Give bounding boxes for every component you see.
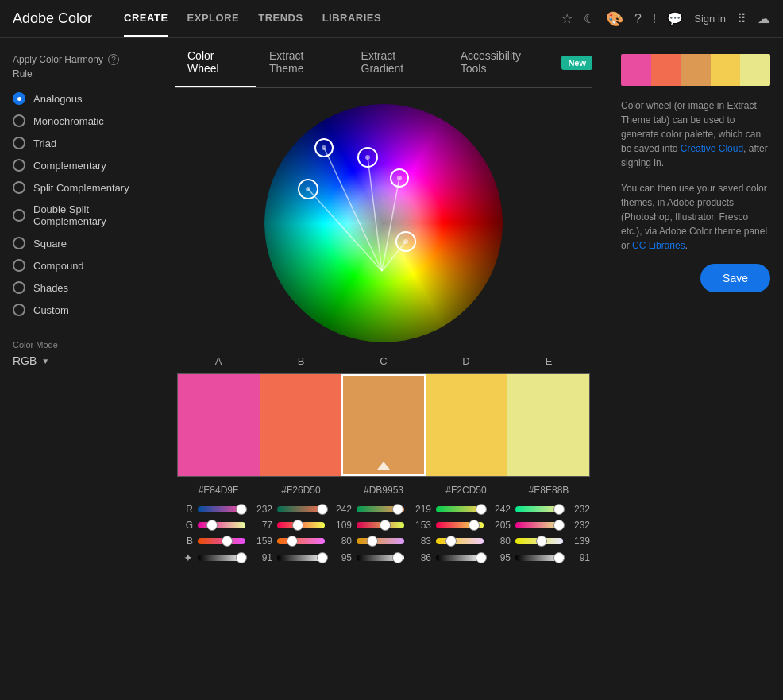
nav-libraries[interactable]: LIBRARIES bbox=[322, 1, 382, 37]
color-wheel-icon[interactable]: 🎨 bbox=[606, 10, 623, 28]
option-double-split[interactable]: Double Split Complementary bbox=[13, 203, 154, 227]
top-nav: Adobe Color CREATE EXPLORE TRENDS LIBRAR… bbox=[0, 0, 783, 38]
slider-value-b-a: 159 bbox=[249, 536, 272, 547]
swatch-labels: A B C D E bbox=[177, 355, 590, 367]
slider-thumb-r-c[interactable] bbox=[392, 504, 403, 515]
slider-group-r-d: 242 bbox=[436, 504, 511, 515]
slider-thumb-g-e[interactable] bbox=[554, 520, 565, 531]
brightness-track-e[interactable] bbox=[515, 555, 563, 561]
slider-thumb-r-d[interactable] bbox=[476, 504, 487, 515]
brightness-track-d[interactable] bbox=[436, 555, 484, 561]
slider-track-b-a[interactable] bbox=[198, 538, 245, 544]
chevron-down-icon: ▼ bbox=[41, 357, 49, 365]
slider-thumb-b-d[interactable] bbox=[446, 536, 457, 547]
slider-thumb-g-d[interactable] bbox=[469, 520, 480, 531]
radio-monochromatic[interactable] bbox=[13, 114, 25, 127]
slider-track-b-b[interactable] bbox=[277, 538, 325, 544]
swatch-a[interactable] bbox=[178, 374, 260, 476]
swatch-label-a: A bbox=[179, 355, 258, 367]
tab-extract-gradient[interactable]: Extract Gradient bbox=[349, 38, 448, 87]
radio-split-complementary[interactable] bbox=[13, 181, 25, 194]
slider-track-r-e[interactable] bbox=[515, 506, 563, 512]
apps-icon[interactable]: ⠿ bbox=[737, 11, 746, 26]
color-wheel-canvas[interactable] bbox=[264, 104, 503, 342]
slider-group-r-a: 232 bbox=[198, 504, 272, 515]
brightness-track-a[interactable] bbox=[198, 555, 245, 561]
color-mode-select[interactable]: RGB ▼ bbox=[13, 354, 154, 367]
slider-track-b-e[interactable] bbox=[515, 538, 563, 544]
tab-color-wheel[interactable]: Color Wheel bbox=[175, 38, 256, 87]
slider-thumb-b-a[interactable] bbox=[222, 536, 233, 547]
slider-thumb-b-c[interactable] bbox=[367, 536, 378, 547]
swatch-c[interactable] bbox=[341, 374, 426, 476]
radio-shades[interactable] bbox=[13, 281, 25, 294]
option-triad[interactable]: Triad bbox=[13, 137, 154, 149]
option-complementary[interactable]: Complementary bbox=[13, 159, 154, 172]
save-button[interactable]: Save bbox=[700, 264, 770, 292]
moon-icon[interactable]: ☾ bbox=[584, 11, 595, 26]
slider-thumb-r-a[interactable] bbox=[236, 504, 247, 515]
slider-track-g-a[interactable] bbox=[198, 522, 245, 528]
option-monochromatic[interactable]: Monochromatic bbox=[13, 114, 154, 127]
chat-icon[interactable]: 💬 bbox=[667, 11, 683, 26]
brightness-track-b[interactable] bbox=[277, 555, 325, 561]
brightness-thumb-d[interactable] bbox=[476, 552, 487, 563]
nav-create[interactable]: CREATE bbox=[124, 1, 168, 37]
slider-track-g-c[interactable] bbox=[357, 522, 404, 528]
brightness-thumb-c[interactable] bbox=[392, 552, 403, 563]
slider-track-g-d[interactable] bbox=[436, 522, 484, 528]
slider-track-g-b[interactable] bbox=[277, 522, 325, 528]
option-split-complementary[interactable]: Split Complementary bbox=[13, 181, 154, 194]
slider-track-b-c[interactable] bbox=[357, 538, 404, 544]
option-shades[interactable]: Shades bbox=[13, 281, 154, 294]
slider-group-r-e: 232 bbox=[515, 504, 590, 515]
slider-thumb-g-b[interactable] bbox=[292, 520, 303, 531]
slider-track-r-b[interactable] bbox=[277, 506, 325, 512]
radio-complementary[interactable] bbox=[13, 159, 25, 172]
brightness-thumb-a[interactable] bbox=[236, 552, 247, 563]
brightness-icon: ✦ bbox=[177, 551, 193, 564]
option-square[interactable]: Square bbox=[13, 237, 154, 249]
help-icon[interactable]: ? bbox=[634, 12, 642, 26]
slider-thumb-b-e[interactable] bbox=[536, 536, 547, 547]
brightness-thumb-e[interactable] bbox=[554, 552, 565, 563]
radio-compound[interactable] bbox=[13, 259, 25, 272]
slider-value-b-e: 139 bbox=[566, 536, 590, 547]
harmony-help-icon[interactable]: ? bbox=[108, 54, 119, 65]
option-compound[interactable]: Compound bbox=[13, 259, 154, 272]
radio-triad[interactable] bbox=[13, 137, 25, 149]
slider-track-g-e[interactable] bbox=[515, 522, 563, 528]
option-analogous[interactable]: Analogous bbox=[13, 92, 154, 105]
swatch-b[interactable] bbox=[260, 374, 341, 476]
slider-thumb-g-c[interactable] bbox=[380, 520, 391, 531]
tab-accessibility-tools[interactable]: Accessibility Tools bbox=[448, 38, 556, 87]
slider-thumb-r-e[interactable] bbox=[554, 504, 565, 515]
slider-track-r-a[interactable] bbox=[198, 506, 245, 512]
nav-explore[interactable]: EXPLORE bbox=[187, 1, 240, 37]
cloud-icon[interactable]: ☁ bbox=[758, 11, 770, 26]
radio-square[interactable] bbox=[13, 237, 25, 249]
option-custom[interactable]: Custom bbox=[13, 304, 154, 316]
signin-button[interactable]: Sign in bbox=[694, 13, 726, 25]
slider-track-b-d[interactable] bbox=[436, 538, 484, 544]
slider-track-r-c[interactable] bbox=[357, 506, 404, 512]
radio-custom[interactable] bbox=[13, 304, 25, 316]
brightness-track-c[interactable] bbox=[357, 555, 404, 561]
brightness-thumb-b[interactable] bbox=[317, 552, 328, 563]
alert-icon[interactable]: ! bbox=[653, 12, 656, 26]
palette-preview-swatch bbox=[711, 54, 741, 86]
wheel-container[interactable] bbox=[264, 104, 503, 342]
tab-extract-theme[interactable]: Extract Theme bbox=[256, 38, 349, 87]
slider-thumb-b-b[interactable] bbox=[287, 536, 298, 547]
swatch-e[interactable] bbox=[507, 374, 589, 476]
nav-trends[interactable]: TRENDS bbox=[258, 1, 303, 37]
star-icon[interactable]: ☆ bbox=[561, 11, 573, 26]
left-sidebar: Apply Color Harmony ? Rule Analogous Mon… bbox=[0, 38, 167, 700]
slider-group-b-c: 83 bbox=[357, 536, 431, 547]
slider-thumb-g-a[interactable] bbox=[206, 520, 218, 531]
radio-double-split[interactable] bbox=[13, 209, 25, 222]
slider-thumb-r-b[interactable] bbox=[317, 504, 328, 515]
slider-track-r-d[interactable] bbox=[436, 506, 484, 512]
swatch-d[interactable] bbox=[426, 374, 507, 476]
radio-analogous[interactable] bbox=[13, 92, 25, 105]
